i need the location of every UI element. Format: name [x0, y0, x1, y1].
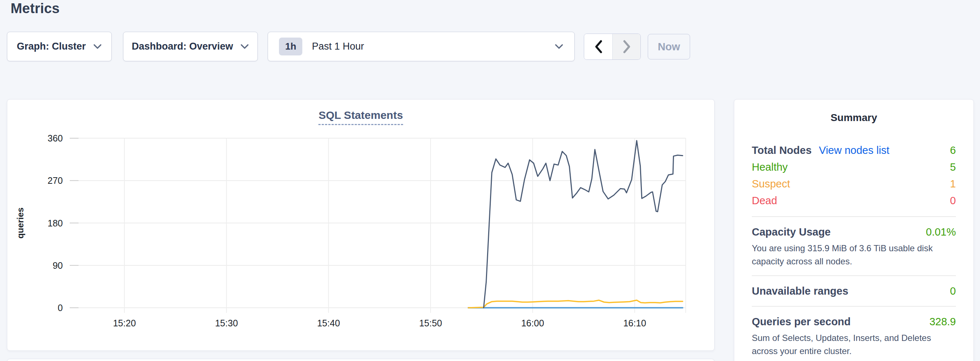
- unavailable-ranges-section: Unavailable ranges 0: [752, 283, 956, 299]
- sql-statements-chart-card: SQL Statements 09018027036015:2015:3015:…: [7, 99, 714, 351]
- chevron-left-icon: [594, 40, 603, 54]
- time-range-label: Past 1 Hour: [312, 41, 555, 52]
- x-tick-label: 16:10: [623, 318, 646, 328]
- x-tick-label: 15:40: [317, 318, 340, 328]
- healthy-value: 5: [950, 158, 956, 176]
- series-yellow: [468, 300, 683, 308]
- y-axis-label: queries: [15, 207, 25, 239]
- x-tick-label: 15:50: [419, 318, 442, 328]
- next-chart-card-partial: [7, 359, 714, 361]
- x-tick-label: 15:20: [113, 318, 136, 328]
- x-tick-label: 15:30: [215, 318, 238, 328]
- healthy-label: Healthy: [752, 158, 788, 176]
- time-range-badge: 1h: [279, 38, 302, 55]
- capacity-usage-value: 0.01%: [926, 224, 956, 239]
- y-tick-label: 180: [48, 218, 63, 228]
- unavailable-ranges-value: 0: [950, 283, 956, 299]
- total-nodes-value: 6: [950, 142, 956, 158]
- summary-panel: Summary Total Nodes View nodes list 6 He…: [734, 99, 974, 361]
- queries-per-second-description: Sum of Selects, Updates, Inserts, and De…: [752, 331, 956, 358]
- time-window-pager: [584, 33, 641, 60]
- dead-label: Dead: [752, 192, 777, 209]
- now-button[interactable]: Now: [648, 34, 690, 59]
- page-title: Metrics: [11, 1, 59, 16]
- previous-window-button[interactable]: [584, 34, 612, 59]
- unavailable-ranges-label: Unavailable ranges: [752, 283, 848, 299]
- sql-statements-chart: 09018027036015:2015:3015:4015:5016:0016:…: [7, 100, 715, 351]
- suspect-value: 1: [950, 176, 956, 192]
- view-nodes-list-link[interactable]: View nodes list: [819, 142, 889, 158]
- chevron-down-icon: [555, 44, 563, 49]
- node-status-block: Total Nodes View nodes list 6 Healthy 5 …: [752, 142, 956, 209]
- queries-per-second-value: 328.9: [929, 314, 956, 329]
- total-nodes-row: Total Nodes View nodes list 6: [752, 142, 956, 158]
- divider: [752, 216, 956, 217]
- x-tick-label: 16:00: [521, 318, 544, 328]
- chevron-down-icon: [93, 44, 102, 49]
- suspect-nodes-row: Suspect 1: [752, 176, 956, 192]
- healthy-nodes-row: Healthy 5: [752, 158, 956, 176]
- toolbar: Graph: Cluster Dashboard: Overview 1h Pa…: [7, 32, 690, 61]
- graph-dropdown-label: Graph: Cluster: [17, 41, 86, 52]
- y-tick-label: 90: [52, 260, 63, 271]
- time-range-dropdown[interactable]: 1h Past 1 Hour: [268, 32, 575, 61]
- total-nodes-label: Total Nodes: [752, 142, 812, 158]
- series-dark-blue: [484, 141, 683, 308]
- chevron-down-icon: [240, 44, 249, 49]
- capacity-usage-section: Capacity Usage 0.01% You are using 315.9…: [752, 224, 956, 268]
- next-window-button[interactable]: [612, 34, 640, 59]
- y-tick-label: 0: [58, 302, 63, 313]
- capacity-usage-label: Capacity Usage: [752, 224, 830, 239]
- summary-title: Summary: [752, 112, 956, 124]
- capacity-usage-description: You are using 315.9 MiB of 3.6 TiB usabl…: [752, 242, 956, 268]
- dead-nodes-row: Dead 0: [752, 192, 956, 209]
- y-tick-label: 270: [48, 176, 63, 185]
- dashboard-dropdown-label: Dashboard: Overview: [132, 41, 233, 52]
- chevron-right-icon: [622, 40, 631, 54]
- y-tick-label: 360: [48, 133, 63, 143]
- suspect-label: Suspect: [752, 176, 790, 192]
- queries-per-second-section: Queries per second 328.9 Sum of Selects,…: [752, 314, 956, 358]
- divider: [752, 275, 956, 276]
- divider: [752, 306, 956, 307]
- dead-value: 0: [950, 192, 956, 209]
- queries-per-second-label: Queries per second: [752, 314, 851, 329]
- dashboard-dropdown[interactable]: Dashboard: Overview: [123, 32, 258, 61]
- graph-dropdown[interactable]: Graph: Cluster: [7, 32, 112, 61]
